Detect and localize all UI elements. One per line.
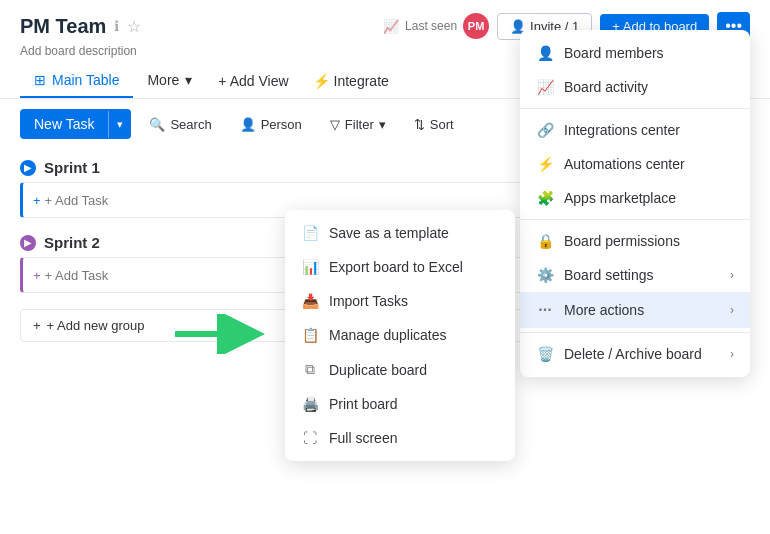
person-button[interactable]: 👤 Person bbox=[230, 111, 312, 138]
chevron-down-icon: ▾ bbox=[185, 72, 192, 88]
submenu-item-duplicate-board[interactable]: ⧉ Duplicate board bbox=[285, 352, 515, 387]
info-icon[interactable]: ℹ bbox=[114, 18, 119, 34]
duplicate-board-icon: ⧉ bbox=[301, 361, 319, 378]
sprint-1-title: Sprint 1 bbox=[44, 159, 100, 176]
add-group-icon: + bbox=[33, 318, 41, 333]
green-arrow bbox=[175, 314, 265, 354]
submenu-item-print-board[interactable]: 🖨️ Print board bbox=[285, 387, 515, 421]
board-activity-icon: 📈 bbox=[536, 79, 554, 95]
integrations-icon: 🔗 bbox=[536, 122, 554, 138]
submenu-item-export-excel[interactable]: 📊 Export board to Excel bbox=[285, 250, 515, 284]
submenu-item-import-tasks[interactable]: 📥 Import Tasks bbox=[285, 284, 515, 318]
more-actions-submenu: 📄 Save as a template 📊 Export board to E… bbox=[285, 210, 515, 461]
dropdown-item-integrations[interactable]: 🔗 Integrations center bbox=[520, 113, 750, 147]
star-icon[interactable]: ☆ bbox=[127, 17, 141, 36]
filter-icon: ▽ bbox=[330, 117, 340, 132]
settings-icon: ⚙️ bbox=[536, 267, 554, 283]
add-view-button[interactable]: + Add View bbox=[206, 65, 300, 97]
divider-2 bbox=[520, 219, 750, 220]
apps-icon: 🧩 bbox=[536, 190, 554, 206]
export-excel-icon: 📊 bbox=[301, 259, 319, 275]
dropdown-item-board-activity[interactable]: 📈 Board activity bbox=[520, 70, 750, 104]
table-icon: ⊞ bbox=[34, 72, 46, 88]
trend-icon: 📈 bbox=[383, 19, 399, 34]
save-template-icon: 📄 bbox=[301, 225, 319, 241]
last-seen: 📈 Last seen PM bbox=[383, 13, 489, 39]
more-actions-chevron-icon: › bbox=[730, 303, 734, 317]
filter-chevron-icon: ▾ bbox=[379, 117, 386, 132]
divider-1 bbox=[520, 108, 750, 109]
sort-button[interactable]: ⇅ Sort bbox=[404, 111, 464, 138]
main-dropdown: 👤 Board members 📈 Board activity 🔗 Integ… bbox=[520, 30, 750, 377]
submenu-item-full-screen[interactable]: ⛶ Full screen bbox=[285, 421, 515, 455]
dropdown-item-automations[interactable]: ⚡ Automations center bbox=[520, 147, 750, 181]
delete-chevron-icon: › bbox=[730, 347, 734, 361]
new-task-arrow[interactable]: ▾ bbox=[108, 111, 131, 138]
person-filter-icon: 👤 bbox=[240, 117, 256, 132]
filter-button[interactable]: ▽ Filter ▾ bbox=[320, 111, 396, 138]
tab-main-table[interactable]: ⊞ Main Table bbox=[20, 64, 133, 98]
tab-more[interactable]: More ▾ bbox=[133, 64, 206, 98]
dropdown-item-delete[interactable]: 🗑️ Delete / Archive board › bbox=[520, 337, 750, 371]
integrate-button[interactable]: ⚡ Integrate bbox=[301, 65, 401, 97]
dropdown-item-board-members[interactable]: 👤 Board members bbox=[520, 36, 750, 70]
board-title: PM Team bbox=[20, 15, 106, 38]
divider-3 bbox=[520, 332, 750, 333]
delete-icon: 🗑️ bbox=[536, 346, 554, 362]
avatar: PM bbox=[463, 13, 489, 39]
sprint-2-title: Sprint 2 bbox=[44, 234, 100, 251]
settings-chevron-icon: › bbox=[730, 268, 734, 282]
integrate-icon: ⚡ bbox=[313, 73, 330, 89]
import-tasks-icon: 📥 bbox=[301, 293, 319, 309]
search-icon: 🔍 bbox=[149, 117, 165, 132]
new-task-button[interactable]: New Task ▾ bbox=[20, 109, 131, 139]
more-actions-icon: ··· bbox=[536, 301, 554, 319]
board-members-icon: 👤 bbox=[536, 45, 554, 61]
full-screen-icon: ⛶ bbox=[301, 430, 319, 446]
sort-icon: ⇅ bbox=[414, 117, 425, 132]
manage-duplicates-icon: 📋 bbox=[301, 327, 319, 343]
submenu-item-save-template[interactable]: 📄 Save as a template bbox=[285, 216, 515, 250]
print-board-icon: 🖨️ bbox=[301, 396, 319, 412]
automations-icon: ⚡ bbox=[536, 156, 554, 172]
search-button[interactable]: 🔍 Search bbox=[139, 111, 221, 138]
dropdown-item-settings[interactable]: ⚙️ Board settings › bbox=[520, 258, 750, 292]
dropdown-item-apps[interactable]: 🧩 Apps marketplace bbox=[520, 181, 750, 215]
sprint-1-dot: ▶ bbox=[20, 160, 36, 176]
dropdown-item-more-actions[interactable]: ··· More actions › bbox=[520, 292, 750, 328]
permissions-icon: 🔒 bbox=[536, 233, 554, 249]
submenu-item-manage-duplicates[interactable]: 📋 Manage duplicates bbox=[285, 318, 515, 352]
dropdown-item-permissions[interactable]: 🔒 Board permissions bbox=[520, 224, 750, 258]
sprint-2-dot: ▶ bbox=[20, 235, 36, 251]
